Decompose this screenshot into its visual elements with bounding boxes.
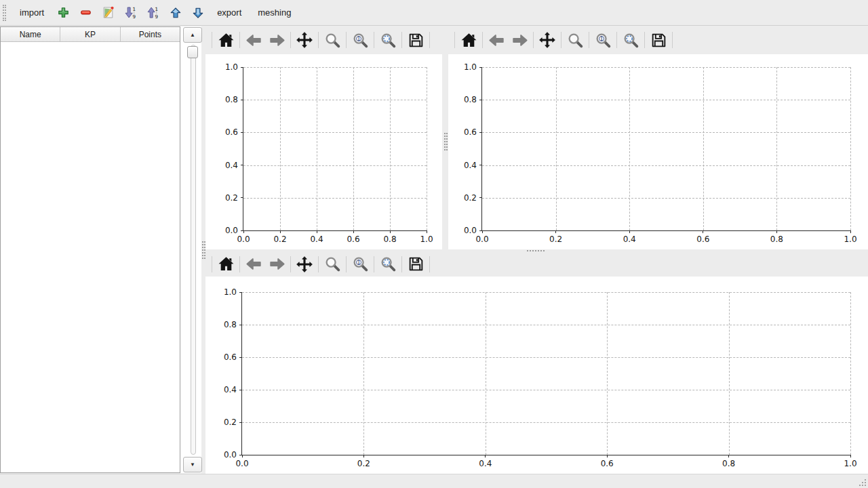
toolbar-separator [318,32,319,48]
move-down-button[interactable] [189,3,207,22]
toolbar-separator [374,32,374,48]
plot-back-button[interactable] [486,29,507,51]
plot-zoom-button[interactable] [564,29,586,51]
toolbar-drag-handle[interactable] [3,5,6,21]
kp-list-pane: Name KP Points ▲ ▼ [0,26,201,473]
plot1-nav-toolbar: 1 [205,26,446,54]
gridline [729,292,730,455]
plot-save-button[interactable] [405,253,427,275]
y-tick-label: 0.6 [225,127,238,137]
x-tick-label: 0.6 [347,235,359,244]
plot1-canvas[interactable]: 0.00.20.40.60.81.00.00.20.40.60.81.0 [205,54,442,249]
y-tick-label: 0.2 [225,193,238,203]
export-button[interactable]: export [211,5,248,20]
plot3-figure: 0.00.20.40.60.81.00.00.20.40.60.81.0 [205,277,868,474]
kp-table-body[interactable] [1,42,180,472]
sort-descending-button[interactable]: 19 [121,3,140,22]
sort-ascending-button[interactable]: 19 [144,3,162,22]
plot-back-button[interactable] [243,253,264,275]
toolbar-separator [561,32,561,48]
gridline [482,198,850,199]
plot-home-button[interactable] [215,253,237,275]
x-tick-mark [280,230,281,233]
zoom-icon [324,256,341,272]
y-tick-mark [241,197,243,198]
plot-zoom-one-button[interactable]: 1 [592,29,614,51]
plot-zoom-one-button[interactable]: 1 [349,253,371,275]
gridline [243,132,427,133]
plot3-canvas[interactable]: 0.00.20.40.60.81.00.00.20.40.60.81.0 [205,277,868,474]
svg-text:1: 1 [599,35,603,42]
x-tick-mark [317,230,317,233]
plot-zoom-button[interactable] [321,29,343,51]
plot-save-button[interactable] [648,29,669,51]
toolbar-separator [616,32,617,48]
plot-back-button[interactable] [243,29,264,51]
x-tick-label: 0.8 [383,235,396,244]
column-header-points[interactable]: Points [121,27,180,41]
x-tick-mark [850,455,851,458]
x-tick-mark [485,455,486,458]
plot2-canvas[interactable]: 0.00.20.40.60.81.00.00.20.40.60.81.0 [448,54,868,249]
plot-home-button[interactable] [215,29,237,51]
minus-icon [80,7,92,18]
gridline [280,67,281,230]
y-tick-label: 1.0 [224,287,237,297]
plot-zoom-button[interactable] [321,253,343,275]
plot-save-button[interactable] [405,29,427,51]
plot-home-button[interactable] [458,29,479,51]
plot-forward-button[interactable] [266,253,288,275]
back-icon [245,256,262,272]
plot-pan-button[interactable] [294,29,315,51]
plot-zoom-one-button[interactable]: 1 [349,29,371,51]
kp-table: Name KP Points [0,26,180,473]
y-tick-mark [479,100,482,100]
application-window: import 19 19 export meshing Name KP [0,0,868,488]
zoom-icon [567,32,584,49]
scrollbar-thumb[interactable] [187,46,198,58]
edit-row-button[interactable] [99,3,117,22]
scrollbar-up-button[interactable]: ▲ [183,27,202,43]
top-plots-sash-handle[interactable] [444,133,448,150]
y-tick-mark [239,357,242,358]
gridline [556,67,557,230]
plot-pan-button[interactable] [294,253,315,275]
scrollbar-track[interactable] [191,45,196,455]
plot-zoom-fit-button[interactable] [620,29,642,51]
remove-row-button[interactable] [77,3,95,22]
y-tick-label: 0.2 [224,418,237,427]
x-tick-mark [776,230,777,233]
gridline [242,422,850,423]
zoom-one-icon: 1 [595,32,612,49]
column-header-kp[interactable]: KP [60,27,120,41]
scroll-up-icon: ▲ [190,32,195,38]
zoom-fit-icon [380,256,397,272]
gridline [703,67,704,230]
scrollbar-down-button[interactable]: ▼ [183,457,202,472]
window-resize-grip[interactable] [857,477,866,486]
gridline [486,292,486,455]
toolbar-separator [672,32,673,48]
toolbar-separator [429,32,430,48]
y-tick-mark [479,197,482,198]
status-bar [0,474,868,488]
plot-forward-button[interactable] [509,29,530,51]
import-button[interactable]: import [14,5,50,20]
meshing-button[interactable]: meshing [252,5,297,20]
kp-table-header: Name KP Points [1,27,180,42]
plot-forward-button[interactable] [266,29,288,51]
column-header-name[interactable]: Name [1,27,60,41]
plot-zoom-fit-button[interactable] [377,253,399,275]
gridline [317,67,317,230]
add-row-button[interactable] [54,3,73,22]
move-up-button[interactable] [166,3,184,22]
toolbar-separator [346,32,347,48]
plot1-figure: 0.00.20.40.60.81.00.00.20.40.60.81.0 [205,54,442,249]
plot-pan-button[interactable] [536,29,558,51]
y-tick-label: 0.4 [464,161,477,170]
plot-zoom-fit-button[interactable] [377,29,399,51]
forward-icon [269,32,285,49]
x-tick-mark [363,455,364,458]
gridline [482,165,850,166]
x-tick-mark [629,230,630,233]
